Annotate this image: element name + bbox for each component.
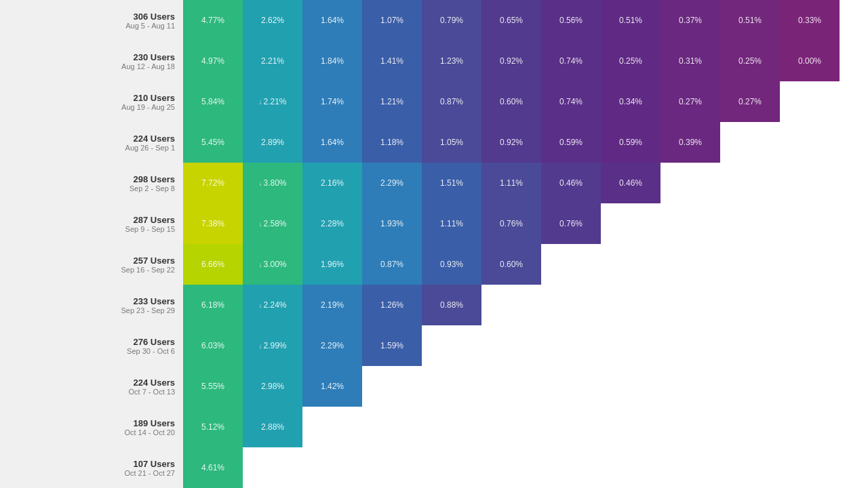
- cohort-cell[interactable]: 7.72%: [183, 163, 243, 203]
- cohort-cell[interactable]: ↓2.99%: [243, 325, 302, 366]
- cohort-row: 276 UsersSep 30 - Oct 66.03%↓2.99%2.29%1…: [0, 325, 868, 366]
- cohort-cell[interactable]: 4.77%: [183, 0, 243, 41]
- cohort-cell[interactable]: 2.21%: [243, 41, 302, 81]
- cohort-cell[interactable]: 0.60%: [481, 244, 541, 285]
- cohort-cell[interactable]: 1.51%: [422, 163, 481, 203]
- cohort-cell[interactable]: 2.29%: [302, 325, 362, 366]
- cohort-cell[interactable]: 2.16%: [302, 163, 362, 203]
- cohort-cell[interactable]: 0.79%: [422, 0, 481, 41]
- cohort-cell[interactable]: 0.27%: [660, 81, 720, 122]
- cohort-cell[interactable]: 1.26%: [362, 285, 422, 325]
- cohort-cell[interactable]: 6.18%: [183, 285, 243, 325]
- cell-value: 1.11%: [440, 219, 463, 228]
- cohort-cell[interactable]: 0.33%: [780, 0, 840, 41]
- cell-value: 1.26%: [380, 300, 403, 310]
- cohort-cell[interactable]: 0.74%: [541, 81, 601, 122]
- cohort-cell[interactable]: 0.46%: [601, 163, 660, 203]
- cohort-cell[interactable]: 0.76%: [541, 203, 601, 244]
- cohort-cell[interactable]: 5.84%: [183, 81, 243, 122]
- cohort-cell[interactable]: 0.88%: [422, 285, 481, 325]
- cohort-cell[interactable]: 0.25%: [720, 41, 780, 81]
- cohort-cell[interactable]: 7.38%: [183, 203, 243, 244]
- cohort-cell[interactable]: 1.74%: [302, 81, 362, 122]
- cell-value: 5.55%: [201, 382, 224, 391]
- cohort-cell[interactable]: 0.59%: [601, 122, 660, 163]
- cohort-cell[interactable]: 0.34%: [601, 81, 660, 122]
- cohort-cell[interactable]: 5.55%: [183, 366, 243, 407]
- cohort-row: 224 UsersAug 26 - Sep 15.45%2.89%1.64%1.…: [0, 122, 868, 163]
- cohort-cell[interactable]: 1.41%: [362, 41, 422, 81]
- cohort-row: 257 UsersSep 16 - Sep 226.66%↓3.00%1.96%…: [0, 244, 868, 285]
- cohort-cell[interactable]: 2.28%: [302, 203, 362, 244]
- cohort-cell[interactable]: 5.45%: [183, 122, 243, 163]
- cohort-cell[interactable]: 0.92%: [481, 41, 541, 81]
- cohort-cell[interactable]: 0.46%: [541, 163, 601, 203]
- cohort-cell[interactable]: 1.64%: [302, 122, 362, 163]
- cohort-cell[interactable]: ↓2.24%: [243, 285, 302, 325]
- cells-container: 5.55%2.98%1.42%: [183, 366, 868, 407]
- cohort-cell[interactable]: 0.27%: [720, 81, 780, 122]
- cohort-cell[interactable]: 0.92%: [481, 122, 541, 163]
- cohort-cell[interactable]: ↓2.21%: [243, 81, 302, 122]
- cohort-cell[interactable]: 0.93%: [422, 244, 481, 285]
- cohort-cell[interactable]: 0.25%: [601, 41, 660, 81]
- cohort-cell[interactable]: ↓3.00%: [243, 244, 302, 285]
- date-range: Sep 23 - Sep 29: [121, 306, 175, 314]
- cohort-cell[interactable]: 0.51%: [601, 0, 660, 41]
- cohort-cell[interactable]: 5.12%: [183, 407, 243, 447]
- cohort-cell[interactable]: 0.65%: [481, 0, 541, 41]
- cell-value: 4.77%: [201, 16, 224, 25]
- cell-value: 1.05%: [440, 138, 463, 147]
- cohort-cell[interactable]: 0.74%: [541, 41, 601, 81]
- cohort-cell[interactable]: ↓3.80%: [243, 163, 302, 203]
- cohort-cell[interactable]: 1.11%: [481, 163, 541, 203]
- cell-value: 0.60%: [500, 260, 523, 269]
- cohort-cell[interactable]: 0.51%: [720, 0, 780, 41]
- cohort-cell[interactable]: 0.87%: [362, 244, 422, 285]
- down-arrow-icon: ↓: [258, 302, 262, 309]
- cell-value: 2.29%: [321, 341, 344, 350]
- users-count: 306 Users: [134, 12, 175, 22]
- cell-value: 1.64%: [321, 16, 344, 25]
- cohort-cell[interactable]: 1.96%: [302, 244, 362, 285]
- cell-value: ↓2.58%: [258, 219, 286, 228]
- cells-container: 7.72%↓3.80%2.16%2.29%1.51%1.11%0.46%0.46…: [183, 163, 868, 203]
- cell-value: ↓2.99%: [258, 341, 286, 350]
- cohort-cell[interactable]: 0.87%: [422, 81, 481, 122]
- cell-value: 0.92%: [500, 56, 523, 66]
- users-count: 210 Users: [134, 93, 175, 103]
- cohort-cell[interactable]: 0.56%: [541, 0, 601, 41]
- cohort-cell[interactable]: 1.05%: [422, 122, 481, 163]
- cohort-cell[interactable]: 1.11%: [422, 203, 481, 244]
- cohort-cell[interactable]: 4.97%: [183, 41, 243, 81]
- cohort-cell[interactable]: 0.00%: [780, 41, 840, 81]
- cohort-cell[interactable]: 1.59%: [362, 325, 422, 366]
- cohort-cell[interactable]: 2.88%: [243, 407, 302, 447]
- cohort-cell[interactable]: 2.62%: [243, 0, 302, 41]
- cohort-cell[interactable]: 1.64%: [302, 0, 362, 41]
- cohort-cell[interactable]: 0.60%: [481, 81, 541, 122]
- cohort-cell[interactable]: 2.98%: [243, 366, 302, 407]
- cohort-cell[interactable]: 0.37%: [660, 0, 720, 41]
- cohort-cell[interactable]: 6.66%: [183, 244, 243, 285]
- cell-value: 2.98%: [261, 382, 284, 391]
- cohort-cell[interactable]: 0.39%: [660, 122, 720, 163]
- cohort-cell[interactable]: 1.93%: [362, 203, 422, 244]
- cell-value: 5.45%: [201, 138, 224, 147]
- cohort-cell[interactable]: 2.29%: [362, 163, 422, 203]
- cohort-cell[interactable]: 1.84%: [302, 41, 362, 81]
- cohort-cell[interactable]: 0.31%: [660, 41, 720, 81]
- cohort-cell[interactable]: 2.19%: [302, 285, 362, 325]
- cohort-cell[interactable]: 1.23%: [422, 41, 481, 81]
- cohort-cell[interactable]: 1.07%: [362, 0, 422, 41]
- cohort-cell[interactable]: ↓2.58%: [243, 203, 302, 244]
- cohort-cell[interactable]: 1.18%: [362, 122, 422, 163]
- cohort-cell[interactable]: 1.21%: [362, 81, 422, 122]
- cohort-cell[interactable]: 2.89%: [243, 122, 302, 163]
- down-arrow-icon: ↓: [258, 220, 262, 228]
- cohort-cell[interactable]: 4.61%: [183, 447, 243, 488]
- cohort-cell[interactable]: 0.59%: [541, 122, 601, 163]
- cohort-cell[interactable]: 6.03%: [183, 325, 243, 366]
- cohort-cell[interactable]: 1.42%: [302, 366, 362, 407]
- cohort-cell[interactable]: 0.76%: [481, 203, 541, 244]
